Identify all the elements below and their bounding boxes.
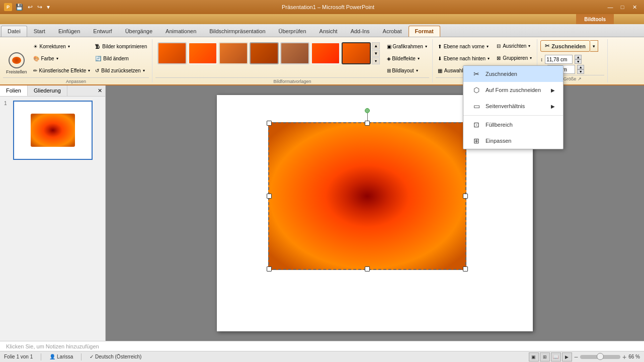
width-spin-down[interactable]: ▼ bbox=[575, 59, 582, 64]
handle-ml[interactable] bbox=[267, 194, 272, 199]
tab-gliederung[interactable]: Gliederung bbox=[28, 85, 67, 96]
user-icon: 👤 bbox=[49, 354, 55, 359]
gallery-item-4[interactable] bbox=[250, 42, 279, 64]
zuschneiden-main-btn[interactable]: ✂ Zuschneiden bbox=[540, 40, 590, 52]
gallery-item-6[interactable] bbox=[311, 42, 340, 64]
slide-preview-1[interactable] bbox=[13, 101, 93, 160]
handle-br[interactable] bbox=[463, 266, 468, 272]
tab-bildschirmpraesentation[interactable]: Bildschirmpräsentation bbox=[203, 26, 272, 37]
zoom-in-btn[interactable]: + bbox=[622, 353, 626, 361]
gallery-scroll-up[interactable]: ▲ bbox=[372, 42, 380, 49]
width-spin-up[interactable]: ▲ bbox=[575, 55, 582, 59]
ebene-nach-vorne-btn[interactable]: ⬆ Ebene nach vorne ▾ bbox=[436, 43, 492, 50]
handle-bl[interactable] bbox=[267, 266, 272, 272]
maximize-btn[interactable]: □ bbox=[617, 3, 628, 12]
gallery-item-7[interactable] bbox=[342, 42, 371, 64]
flower-image[interactable] bbox=[268, 122, 466, 270]
bildeffekte-arrow: ▾ bbox=[418, 56, 420, 61]
farbe-btn[interactable]: 🎨 Farbe ▾ bbox=[31, 55, 93, 62]
title-left: P 💾 ↩ ↪ ▾ bbox=[4, 3, 51, 11]
title-bar: P 💾 ↩ ↪ ▾ Präsentation1 – Microsoft Powe… bbox=[0, 0, 644, 14]
groesse-dialog-btn[interactable]: ↗ bbox=[578, 76, 582, 81]
tab-format[interactable]: Format bbox=[409, 26, 440, 37]
customize-qa-btn[interactable]: ▾ bbox=[45, 4, 51, 11]
korrekturen-icon: ☀ bbox=[33, 44, 38, 49]
notes-area[interactable]: Klicken Sie, um Notizen hinzuzufügen bbox=[0, 341, 644, 351]
height-spin-down[interactable]: ▼ bbox=[577, 69, 584, 74]
auf-form-icon: ⬡ bbox=[471, 85, 481, 95]
close-btn[interactable]: ✕ bbox=[629, 3, 640, 12]
ausrichten-btn[interactable]: ⊟ Ausrichten ▾ bbox=[495, 42, 534, 50]
gallery-scroll-down[interactable]: ▼ bbox=[372, 50, 380, 57]
handle-mt[interactable] bbox=[365, 121, 370, 126]
rotation-handle[interactable] bbox=[365, 108, 370, 113]
normal-view-btn[interactable]: ▣ bbox=[529, 352, 539, 361]
user-status: 👤 Larissa bbox=[49, 354, 73, 359]
presentation-view-btn[interactable]: ▶ bbox=[562, 352, 572, 361]
bildlayout-btn[interactable]: ⊞ Bildlayout ▾ bbox=[385, 67, 429, 74]
tab-datei[interactable]: Datei bbox=[1, 26, 27, 37]
tab-acrobat[interactable]: Acrobat bbox=[376, 26, 409, 37]
gallery-item-2[interactable] bbox=[188, 42, 217, 64]
zoom-out-btn[interactable]: − bbox=[574, 353, 578, 361]
tab-einfuegen[interactable]: Einfügen bbox=[52, 26, 87, 37]
kuenstlerische-effekte-btn[interactable]: ✏ Künstlerische Effekte ▾ bbox=[31, 67, 93, 74]
redo-btn[interactable]: ↪ bbox=[36, 4, 44, 11]
zoom-level[interactable]: 66 % bbox=[628, 354, 640, 359]
bild-zuruecksetzen-btn[interactable]: ↺ Bild zurücksetzen ▾ bbox=[93, 67, 149, 74]
minimize-btn[interactable]: — bbox=[605, 3, 616, 12]
freistellen-icon bbox=[9, 52, 25, 68]
gallery-item-3[interactable] bbox=[219, 42, 248, 64]
gallery-item-1[interactable] bbox=[157, 42, 187, 64]
ebene-nach-hinten-btn[interactable]: ⬇ Ebene nach hinten ▾ bbox=[436, 55, 492, 62]
height-spin-up[interactable]: ▲ bbox=[577, 65, 584, 69]
auswahlbereich-icon: ▦ bbox=[438, 68, 442, 73]
save-quick-btn[interactable]: 💾 bbox=[14, 4, 25, 11]
slide-sorter-btn[interactable]: ⊞ bbox=[540, 352, 550, 361]
dropdown-fuellbereich[interactable]: ⊡ Füllbereich bbox=[463, 117, 563, 133]
handle-mb[interactable] bbox=[365, 266, 370, 272]
korrekturen-btn[interactable]: ☀ Korrekturen ▾ bbox=[31, 43, 93, 50]
tab-ansicht[interactable]: Ansicht bbox=[313, 26, 344, 37]
hinten-arrow: ▾ bbox=[488, 56, 490, 61]
dropdown-einpassen[interactable]: ⊞ Einpassen bbox=[463, 133, 563, 149]
width-input[interactable] bbox=[545, 55, 573, 64]
notes-placeholder: Klicken Sie, um Notizen hinzuzufügen bbox=[6, 343, 99, 349]
gallery-item-5[interactable] bbox=[280, 42, 309, 64]
bild-aendern-btn[interactable]: 🔄 Bild ändern bbox=[93, 55, 149, 62]
slide-panel-close[interactable]: ✕ bbox=[95, 85, 105, 96]
handle-mr[interactable] bbox=[463, 194, 468, 199]
grafikrahmen-icon: ▣ bbox=[387, 44, 391, 49]
slide-number-1: 1 bbox=[4, 101, 10, 106]
freistellen-btn[interactable]: Freistellen bbox=[3, 40, 30, 76]
tab-start[interactable]: Start bbox=[27, 26, 52, 37]
dropdown-auf-form[interactable]: ⬡ Auf Form zuschneiden ▶ bbox=[463, 82, 563, 98]
view-buttons: ▣ ⊞ 📖 ▶ bbox=[529, 352, 572, 361]
gallery-more[interactable]: ▾ bbox=[372, 57, 380, 64]
bildeffekte-btn[interactable]: ◈ Bildeffekte ▾ bbox=[385, 55, 429, 62]
komprimieren-icon: 🗜 bbox=[95, 44, 100, 49]
gallery-scroll: ▲ ▼ ▾ bbox=[372, 42, 380, 64]
zuschneiden-icon: ✂ bbox=[545, 43, 549, 49]
undo-btn[interactable]: ↩ bbox=[26, 4, 34, 11]
ausrichten-icon: ⊟ bbox=[497, 43, 501, 49]
seitenverhaeltnis-icon: ▭ bbox=[471, 101, 481, 111]
zuschneiden-dropdown-arrow[interactable]: ▾ bbox=[590, 40, 598, 52]
reading-view-btn[interactable]: 📖 bbox=[551, 352, 561, 361]
tab-uebergaenge[interactable]: Übergänge bbox=[119, 26, 159, 37]
tab-ueberpruefen[interactable]: Überprüfen bbox=[272, 26, 313, 37]
dropdown-separator bbox=[463, 115, 563, 116]
tab-folien[interactable]: Folien bbox=[0, 85, 28, 96]
dropdown-zuschneiden[interactable]: ✂ Zuschneiden bbox=[463, 66, 563, 82]
handle-tl[interactable] bbox=[267, 121, 272, 126]
zoom-slider[interactable] bbox=[580, 355, 620, 359]
dropdown-seitenverhaeltnis[interactable]: ▭ Seitenverhältnis ▶ bbox=[463, 98, 563, 114]
tab-addins[interactable]: Add-Ins bbox=[344, 26, 376, 37]
farbe-arrow: ▾ bbox=[56, 56, 58, 61]
ribbon-group-bildformatvorlagen: ▲ ▼ ▾ ▣ Grafikrahmen ▾ ◈ Bildeffekte ▾ ⊞ bbox=[152, 39, 433, 82]
tab-animationen[interactable]: Animationen bbox=[159, 26, 203, 37]
gruppieren-btn[interactable]: ⊠ Gruppieren ▾ bbox=[495, 54, 534, 62]
bilder-komprimieren-btn[interactable]: 🗜 Bilder komprimieren bbox=[93, 43, 149, 50]
tab-entwurf[interactable]: Entwurf bbox=[87, 26, 118, 37]
grafikrahmen-btn[interactable]: ▣ Grafikrahmen ▾ bbox=[385, 43, 429, 50]
